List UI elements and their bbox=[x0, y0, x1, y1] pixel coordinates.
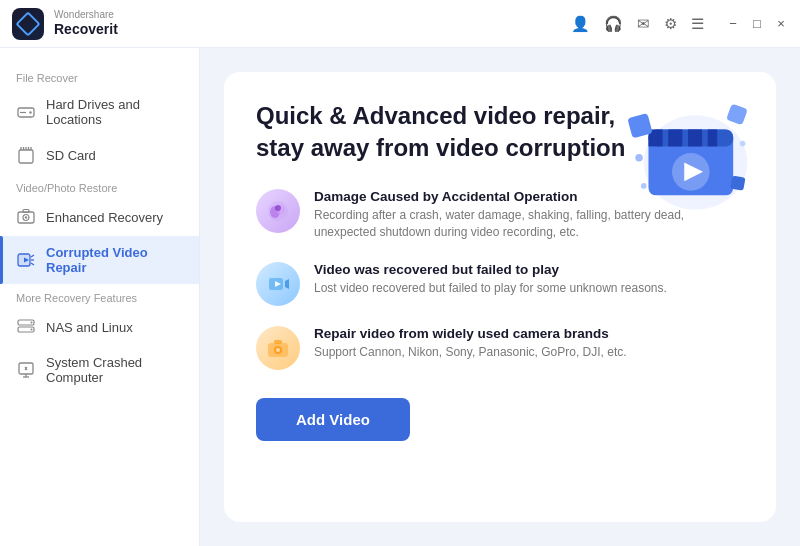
svg-rect-38 bbox=[730, 175, 745, 190]
sidebar-label-hard-drives: Hard Drives and Locations bbox=[46, 97, 183, 127]
sidebar: File Recover Hard Drives and Locations bbox=[0, 48, 200, 546]
app-branding: Wondershare Recoverit bbox=[12, 8, 118, 40]
window-controls: − □ × bbox=[726, 17, 788, 31]
svg-rect-32 bbox=[688, 129, 702, 146]
hdd-icon bbox=[16, 102, 36, 122]
svg-point-21 bbox=[31, 329, 33, 331]
app-product-label: Recoverit bbox=[54, 21, 118, 38]
enhanced-recovery-icon bbox=[16, 207, 36, 227]
settings-icon[interactable]: ⚙ bbox=[664, 15, 677, 33]
sidebar-section-more: More Recovery Features bbox=[0, 284, 199, 308]
app-name-block: Wondershare Recoverit bbox=[54, 9, 118, 38]
svg-point-39 bbox=[635, 154, 643, 162]
sidebar-item-nas-linux[interactable]: NAS and Linux bbox=[0, 308, 199, 346]
email-icon[interactable]: ✉ bbox=[637, 15, 650, 33]
add-video-button[interactable]: Add Video bbox=[256, 398, 410, 441]
system-crashed-icon bbox=[16, 360, 36, 380]
close-button[interactable]: × bbox=[774, 17, 788, 31]
maximize-button[interactable]: □ bbox=[750, 17, 764, 31]
sidebar-label-corrupted-video: Corrupted Video Repair bbox=[46, 245, 183, 275]
feature-desc-failed-play: Lost video recovered but failed to play … bbox=[314, 280, 667, 297]
feature-icon-camera-brands bbox=[256, 326, 300, 370]
feature-icon-accidental bbox=[256, 189, 300, 233]
menu-icon[interactable]: ☰ bbox=[691, 15, 704, 33]
feature-text-failed-play: Video was recovered but failed to play L… bbox=[314, 262, 667, 297]
sidebar-label-nas-linux: NAS and Linux bbox=[46, 320, 133, 335]
feature-item-camera-brands: Repair video from widely used camera bra… bbox=[256, 326, 744, 370]
svg-point-20 bbox=[31, 322, 33, 324]
svg-point-11 bbox=[25, 216, 27, 218]
main-layout: File Recover Hard Drives and Locations bbox=[0, 48, 800, 546]
titlebar: Wondershare Recoverit 👤 🎧 ✉ ⚙ ☰ − □ × bbox=[0, 0, 800, 48]
video-repair-icon bbox=[16, 250, 36, 270]
sidebar-section-video-photo: Video/Photo Restore bbox=[0, 174, 199, 198]
svg-line-16 bbox=[31, 263, 34, 265]
svg-rect-31 bbox=[668, 129, 682, 146]
svg-point-45 bbox=[275, 205, 281, 211]
sd-icon bbox=[16, 145, 36, 165]
svg-rect-51 bbox=[274, 340, 282, 344]
person-icon[interactable]: 👤 bbox=[571, 15, 590, 33]
app-logo bbox=[12, 8, 44, 40]
content-card: Quick & Advanced video repair, stay away… bbox=[224, 72, 776, 522]
minimize-button[interactable]: − bbox=[726, 17, 740, 31]
svg-point-41 bbox=[641, 183, 647, 189]
svg-rect-33 bbox=[708, 129, 717, 146]
sidebar-item-sd-card[interactable]: SD Card bbox=[0, 136, 199, 174]
sidebar-item-hard-drives[interactable]: Hard Drives and Locations bbox=[0, 88, 199, 136]
nas-icon bbox=[16, 317, 36, 337]
sidebar-label-sd-card: SD Card bbox=[46, 148, 96, 163]
app-brand-label: Wondershare bbox=[54, 9, 118, 21]
svg-point-50 bbox=[276, 348, 280, 352]
sidebar-item-system-crashed[interactable]: System Crashed Computer bbox=[0, 346, 199, 394]
main-title: Quick & Advanced video repair, stay away… bbox=[256, 100, 625, 165]
svg-rect-37 bbox=[726, 104, 748, 126]
sidebar-item-enhanced-recovery[interactable]: Enhanced Recovery bbox=[0, 198, 199, 236]
sidebar-label-system-crashed: System Crashed Computer bbox=[46, 355, 183, 385]
hero-illustration bbox=[592, 88, 752, 218]
titlebar-actions: 👤 🎧 ✉ ⚙ ☰ − □ × bbox=[571, 15, 788, 33]
svg-point-1 bbox=[29, 111, 31, 113]
feature-icon-failed-play bbox=[256, 262, 300, 306]
svg-rect-12 bbox=[23, 210, 29, 213]
sidebar-item-corrupted-video[interactable]: Corrupted Video Repair bbox=[0, 236, 199, 284]
feature-item-failed-play: Video was recovered but failed to play L… bbox=[256, 262, 744, 306]
svg-point-40 bbox=[740, 141, 746, 147]
feature-title-failed-play: Video was recovered but failed to play bbox=[314, 262, 667, 277]
sidebar-label-enhanced-recovery: Enhanced Recovery bbox=[46, 210, 163, 225]
headset-icon[interactable]: 🎧 bbox=[604, 15, 623, 33]
svg-rect-3 bbox=[19, 150, 33, 163]
feature-text-camera-brands: Repair video from widely used camera bra… bbox=[314, 326, 627, 361]
sidebar-section-file-recover: File Recover bbox=[0, 64, 199, 88]
feature-title-camera-brands: Repair video from widely used camera bra… bbox=[314, 326, 627, 341]
svg-line-15 bbox=[31, 255, 34, 257]
feature-desc-camera-brands: Support Cannon, Nikon, Sony, Panasonic, … bbox=[314, 344, 627, 361]
main-content: Quick & Advanced video repair, stay away… bbox=[200, 48, 800, 546]
logo-shape bbox=[15, 11, 40, 36]
